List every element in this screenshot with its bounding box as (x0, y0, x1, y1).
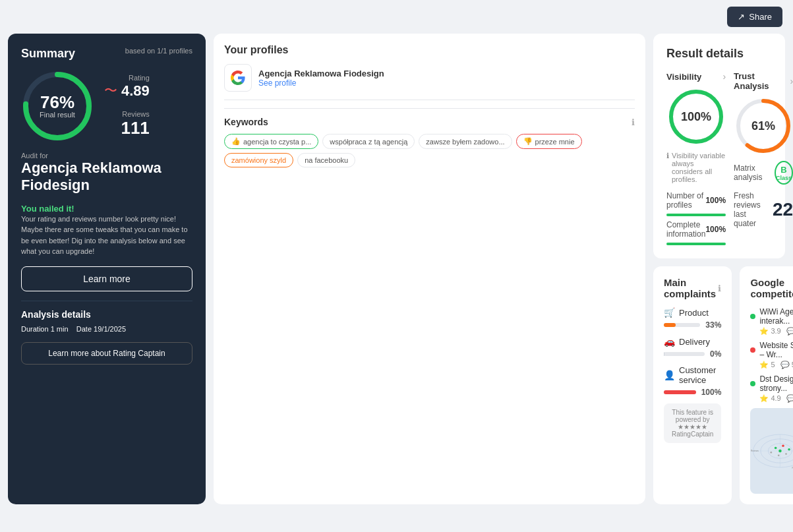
thumbs-up-icon: 👍 (231, 137, 241, 146)
share-icon: ↗ (738, 12, 745, 22)
profile-item: Agencja Reklamowa Fiodesign See profile (224, 64, 635, 92)
comp-reviews-1: 💬 57 (780, 361, 793, 369)
matrix-row: Matrix analysis B Class (734, 161, 793, 185)
fresh-row: Fresh reviews last quater 22 (734, 191, 793, 228)
rating-value: 4.89 (121, 82, 150, 100)
final-score-circle: 76% Final result (21, 70, 94, 142)
visibility-metric: Visibility › 100% ℹ Visibility variable … (666, 71, 726, 245)
matrix-label: Matrix analysis (734, 163, 768, 182)
product-name: Product (679, 308, 709, 318)
rating-reviews: Rating 〜 4.89 Reviews 111 (104, 74, 150, 138)
competitor-list: WiWi Agencja interak... ⭐ 3.9 💬 59 Websi… (750, 307, 793, 403)
date-label: Date (76, 325, 92, 333)
analysis-title: Analysis details (21, 309, 192, 320)
top-bar: ↗ Share (0, 0, 793, 34)
keyword-tag-5[interactable]: na facebooku (297, 153, 355, 167)
analysis-meta: Duration 1 min Date 19/1/2025 (21, 325, 192, 333)
comp-name-1: Website Style – Wr... (759, 341, 793, 359)
result-details-title: Result details (666, 47, 772, 61)
rating-captain-button[interactable]: Learn more about Rating Captain (21, 342, 192, 365)
competitor-0: WiWi Agencja interak... ⭐ 3.9 💬 59 (750, 307, 793, 336)
svg-point-17 (788, 448, 791, 451)
comp-rating-2: ⭐ 4.9 (759, 394, 780, 403)
keywords-info-icon[interactable]: ℹ (631, 117, 635, 127)
keyword-tag-1[interactable]: współpraca z tą agencją (322, 134, 415, 149)
svg-point-22 (779, 450, 782, 453)
score-row: 76% Final result Rating 〜 4.89 Reviews 1… (21, 70, 192, 142)
service-pct: 100% (701, 388, 722, 397)
main-layout: Summary based on 1/1 profiles 76% Final … (0, 34, 793, 512)
trust-arrow[interactable]: › (790, 76, 793, 86)
service-name: Customer service (679, 365, 721, 385)
powered-badge: This feature is powered by ★★★★★ RatingC… (664, 403, 721, 443)
product-bar-track (664, 323, 700, 327)
competitor-1: Website Style – Wr... ⭐ 5 💬 57 (750, 341, 793, 369)
service-bar-track (664, 390, 696, 394)
comp-reviews-2: 💬 56 (786, 394, 793, 403)
nailed-title: You nailed it! (21, 204, 192, 214)
comp-reviews-0: 💬 59 (786, 327, 793, 336)
complete-info-label: Complete information (666, 220, 705, 239)
competitors-chart: Reviews Reviewers (750, 408, 793, 494)
summary-title: Summary (21, 47, 75, 61)
complaints-title: Main complaints (664, 277, 718, 299)
keyword-tag-2[interactable]: zawsze byłem zadowo... (419, 134, 512, 149)
complete-info-val: 100% (705, 225, 726, 234)
comp-dot-0 (750, 314, 755, 319)
profiles-title: Your profiles (224, 44, 635, 56)
comp-dot-2 (750, 381, 755, 386)
metrics-row: Visibility › 100% ℹ Visibility variable … (666, 71, 772, 245)
keyword-tag-4[interactable]: zamówiony szyld (224, 153, 293, 167)
duration-label: Duration (21, 325, 49, 333)
comp-name-0: WiWi Agencja interak... (759, 307, 793, 326)
learn-more-button[interactable]: Learn more (21, 266, 192, 291)
comp-dot-1 (750, 347, 755, 353)
complaints-card: Main complaints ℹ 🛒 Product 33% 🚗 (653, 266, 732, 504)
keywords-section: Keywords ℹ 👍 agencja to czysta p... wspó… (224, 108, 635, 167)
svg-text:Reviews: Reviews (751, 450, 759, 452)
trust-metric: Trust Analysis › 61% Matrix analysis B C… (734, 71, 793, 245)
trust-name: Trust Analysis (734, 71, 790, 91)
visibility-name: Visibility (666, 72, 701, 82)
matrix-badge: B Class (775, 161, 793, 185)
audit-for-label: Audit for (21, 152, 192, 160)
visibility-pct: 100% (681, 110, 711, 124)
keyword-tag-0[interactable]: 👍 agencja to czysta p... (224, 134, 318, 149)
delivery-bar-track (664, 352, 705, 356)
product-pct: 33% (705, 320, 721, 330)
profile-name: Agencja Reklamowa Fiodesign (258, 69, 384, 78)
share-button[interactable]: ↗ Share (727, 7, 782, 27)
profiles-val: 100% (705, 196, 726, 205)
fresh-num: 22 (773, 199, 793, 220)
delivery-icon: 🚗 (664, 336, 675, 347)
visibility-circle: 100% (666, 87, 726, 146)
service-icon: 👤 (664, 370, 675, 380)
complaint-product: 🛒 Product 33% (664, 307, 721, 330)
based-on-text: based on 1/1 profiles (125, 47, 192, 55)
date-value: 19/1/2025 (94, 325, 126, 333)
keyword-tag-3[interactable]: 👎 przeze mnie (516, 134, 582, 149)
thumbs-down-icon: 👎 (523, 137, 533, 146)
svg-point-16 (782, 444, 785, 447)
delivery-bar-fill (664, 352, 664, 356)
google-logo (224, 64, 252, 92)
divider (224, 100, 635, 100)
complaints-info-icon[interactable]: ℹ (718, 283, 721, 293)
duration-value: 1 min (51, 325, 69, 333)
trust-circle: 61% (734, 96, 793, 156)
complaint-delivery: 🚗 Delivery 0% (664, 336, 721, 359)
see-profile-link[interactable]: See profile (258, 78, 384, 88)
trend-icon: 〜 (104, 82, 117, 100)
center-bottom: Main complaints ℹ 🛒 Product 33% 🚗 (653, 266, 785, 504)
profiles-label: Number of profiles (666, 191, 705, 210)
score-percent: 76% (40, 94, 75, 111)
delivery-pct: 0% (710, 349, 721, 359)
svg-point-18 (771, 452, 773, 454)
svg-point-20 (778, 454, 780, 456)
svg-point-19 (786, 453, 788, 455)
result-details-card: Result details Visibility › 100% ℹ Vi (653, 34, 785, 258)
comp-name-2: Dst Design – strony... (759, 374, 793, 393)
left-panel: Summary based on 1/1 profiles 76% Final … (8, 34, 206, 504)
visibility-arrow[interactable]: › (722, 71, 726, 82)
product-bar-fill (664, 323, 676, 327)
